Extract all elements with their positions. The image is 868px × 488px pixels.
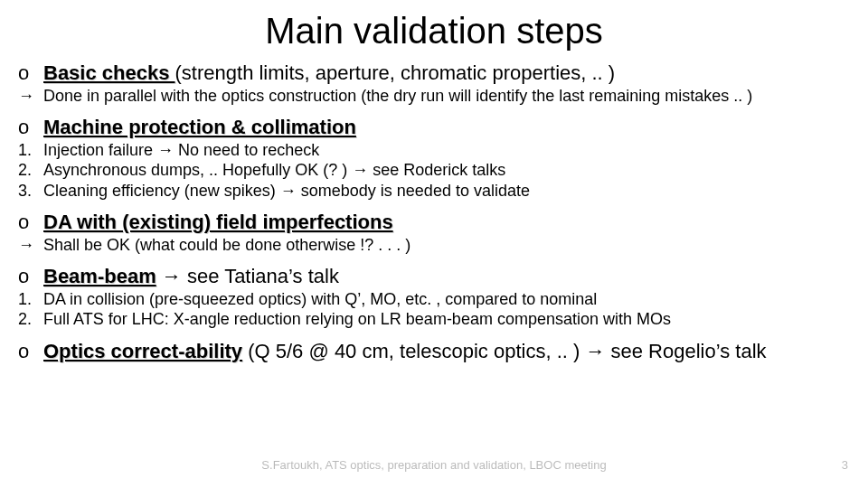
bullet-marker: o: [18, 210, 43, 235]
heading-da-imperfections: DA with (existing) field imperfections: [43, 211, 393, 233]
number-marker: 1.: [18, 289, 43, 310]
bullet-marker: o: [18, 61, 43, 86]
mp-item-3: 3. Cleaning efficiency (new spikes) → so…: [18, 181, 850, 202]
mp-item-1-text: Injection failure → No need to recheck: [43, 140, 850, 161]
number-marker: 2.: [18, 160, 43, 181]
number-marker: 1.: [18, 140, 43, 161]
mp-item-2-text: Asynchronous dumps, .. Hopefully OK (? )…: [43, 160, 850, 181]
sub-basic-checks-text: Done in parallel with the optics constru…: [43, 86, 850, 107]
heading-basic-checks-rest: (strength limits, aperture, chromatic pr…: [175, 61, 616, 84]
slide: Main validation steps o Basic checks (st…: [0, 0, 868, 488]
mp-item-3-text: Cleaning efficiency (new spikes) → someb…: [43, 181, 850, 202]
sub-da-imperfections: → Shall be OK (what could be done otherw…: [18, 235, 850, 256]
heading-beam-beam-rest: → see Tatiana’s talk: [156, 265, 339, 287]
bb-item-2: 2. Full ATS for LHC: X-angle reduction r…: [18, 309, 850, 330]
sub-da-imperfections-text: Shall be OK (what could be done otherwis…: [43, 235, 850, 256]
arrow-marker: →: [18, 86, 43, 107]
bullet-basic-checks: o Basic checks (strength limits, apertur…: [18, 61, 850, 86]
sub-basic-checks: → Done in parallel with the optics const…: [18, 86, 850, 107]
footer-overlay: S.Fartoukh, ATS optics, preparation and …: [0, 458, 868, 472]
page-number: 3: [842, 458, 848, 472]
heading-optics-correctability-rest: (Q 5/6 @ 40 cm, telescopic optics, .. ) …: [242, 340, 767, 362]
mp-item-1: 1. Injection failure → No need to rechec…: [18, 140, 850, 161]
heading-basic-checks: Basic checks: [43, 61, 175, 84]
number-marker: 2.: [18, 309, 43, 330]
heading-beam-beam: Beam-beam: [43, 265, 156, 287]
heading-machine-protection: Machine protection & collimation: [43, 116, 356, 138]
arrow-marker: →: [18, 235, 43, 256]
slide-title: Main validation steps: [18, 11, 850, 52]
bb-item-1: 1. DA in collision (pre-squeezed optics)…: [18, 289, 850, 310]
bullet-marker: o: [18, 264, 43, 289]
bb-item-1-text: DA in collision (pre-squeezed optics) wi…: [43, 289, 850, 310]
bullet-optics-correctability: o Optics correct-ability (Q 5/6 @ 40 cm,…: [18, 339, 850, 364]
number-marker: 3.: [18, 181, 43, 202]
heading-optics-correctability: Optics correct-ability: [43, 340, 242, 362]
bullet-marker: o: [18, 115, 43, 140]
bullet-marker: o: [18, 339, 43, 364]
bb-item-2-text: Full ATS for LHC: X-angle reduction rely…: [43, 309, 850, 330]
bullet-da-imperfections: o DA with (existing) field imperfections: [18, 210, 850, 235]
bullet-machine-protection: o Machine protection & collimation: [18, 115, 850, 140]
bullet-beam-beam: o Beam-beam → see Tatiana’s talk: [18, 264, 850, 289]
mp-item-2: 2. Asynchronous dumps, .. Hopefully OK (…: [18, 160, 850, 181]
